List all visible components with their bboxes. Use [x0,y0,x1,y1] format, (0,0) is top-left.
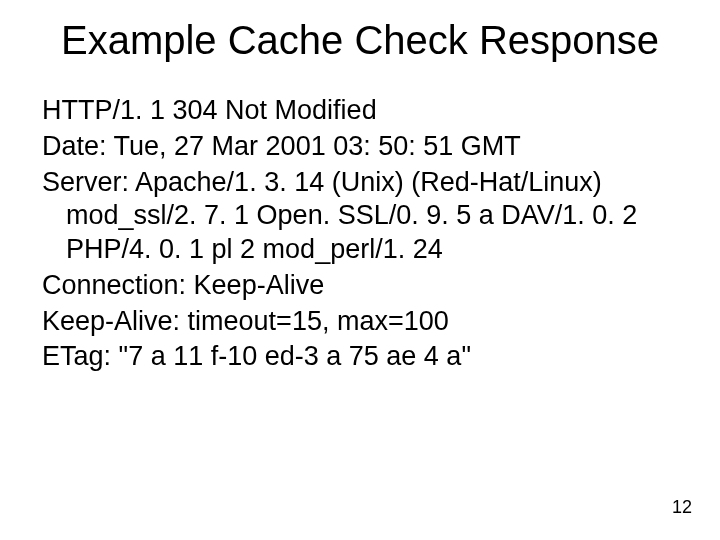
body-line: HTTP/1. 1 304 Not Modified [42,94,682,128]
slide-body: HTTP/1. 1 304 Not Modified Date: Tue, 27… [42,94,682,376]
slide-title: Example Cache Check Response [0,18,720,63]
slide: Example Cache Check Response HTTP/1. 1 3… [0,0,720,540]
page-number: 12 [672,497,692,518]
body-line: ETag: "7 a 11 f-10 ed-3 a 75 ae 4 a" [42,340,682,374]
body-line: Connection: Keep-Alive [42,269,682,303]
body-line: Date: Tue, 27 Mar 2001 03: 50: 51 GMT [42,130,682,164]
body-line: Server: Apache/1. 3. 14 (Unix) (Red-Hat/… [42,166,682,267]
body-line: Keep-Alive: timeout=15, max=100 [42,305,682,339]
